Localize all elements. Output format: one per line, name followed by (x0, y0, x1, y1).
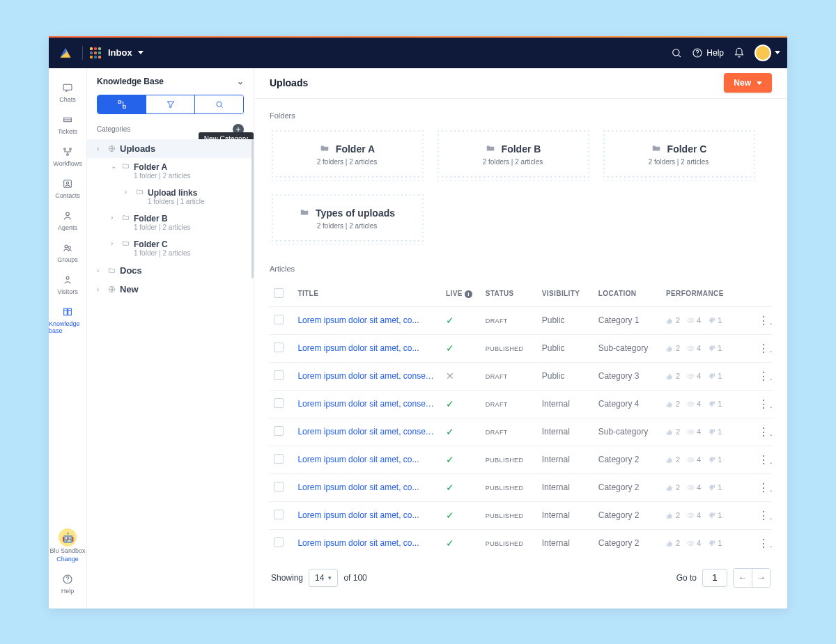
new-button[interactable]: New (724, 73, 772, 93)
row-checkbox[interactable] (274, 454, 284, 464)
category-tree[interactable]: ›Uploads⌄Folder A1 folder | 2 articles›U… (87, 139, 254, 608)
rail-item-workflows[interactable]: Workflows (49, 141, 86, 173)
rail-help[interactable]: Help (49, 568, 86, 600)
row-checkbox[interactable] (274, 315, 284, 324)
row-menu-button[interactable]: ⋮ (758, 426, 772, 438)
status-cell: PUBLISHED (481, 334, 538, 362)
help-button[interactable]: Help (692, 47, 724, 58)
visibility-cell: Internal (538, 501, 594, 529)
tree-node[interactable]: ⌄Folder A1 folder | 2 articles (87, 158, 254, 184)
section-dropdown[interactable]: Inbox (108, 47, 144, 58)
article-title-link[interactable]: Lorem ipsum dolor sit amet, co... (293, 501, 442, 529)
likes: 2 (666, 455, 680, 464)
row-menu-button[interactable]: ⋮ (758, 343, 772, 354)
search-button[interactable] (671, 47, 682, 58)
tree-node[interactable]: ›Docs (87, 261, 254, 280)
row-checkbox[interactable] (274, 537, 284, 547)
tree-node[interactable]: ›Folder B1 folder | 2 articles (87, 210, 254, 235)
performance-cell: 2 4 1 (662, 529, 754, 557)
folder-card[interactable]: Folder C2 folders | 2 articles (601, 128, 756, 181)
check-icon: ✓ (446, 315, 454, 326)
tree-panel-dropdown[interactable]: Knowledge Base ⌄ (87, 68, 254, 95)
tree-tab-search[interactable] (194, 95, 243, 113)
views: 4 (687, 400, 701, 408)
folder-card[interactable]: Folder A2 folders | 2 articles (270, 128, 424, 181)
rail-item-knowledge-base[interactable]: Knowledge base (49, 301, 86, 340)
row-menu-button[interactable]: ⋮ (758, 454, 772, 466)
row-menu-button[interactable]: ⋮ (758, 537, 772, 549)
app-logo[interactable] (56, 46, 75, 60)
performance-cell: 2 4 1 (662, 501, 754, 529)
change-link[interactable]: Change (56, 556, 79, 563)
rail-bot[interactable]: 🤖 Blu Sandbox Change (49, 523, 86, 568)
article-title-link[interactable]: Lorem ipsum dolor sit amet, co... (293, 334, 442, 362)
dislikes: 1 (708, 455, 722, 464)
tree-tab-filter[interactable] (146, 95, 194, 113)
rail-item-groups[interactable]: Groups (49, 237, 86, 269)
notifications-button[interactable] (734, 47, 745, 58)
article-title-link[interactable]: Lorem ipsum dolor sit amet, consectetur.… (293, 390, 442, 418)
rail-item-chats[interactable]: Chats (49, 77, 86, 109)
article-title-link[interactable]: Lorem ipsum dolor sit amet, co... (293, 529, 442, 557)
folder-card[interactable]: Folder B2 folders | 2 articles (435, 128, 590, 181)
row-menu-button[interactable]: ⋮ (758, 398, 772, 410)
dislikes: 1 (708, 511, 722, 519)
location-cell: Sub-category (594, 418, 662, 446)
apps-switcher[interactable] (90, 47, 101, 58)
divider (82, 46, 83, 60)
live-cell: ✓ (442, 390, 481, 418)
page-size-select[interactable]: 14 ▾ (309, 569, 338, 587)
rail-item-visitors[interactable]: Visitors (49, 269, 86, 301)
row-menu-button[interactable]: ⋮ (758, 370, 772, 382)
article-title-link[interactable]: Lorem ipsum dolor sit amet, consectetur.… (293, 362, 442, 390)
row-checkbox[interactable] (274, 510, 284, 519)
tree-node[interactable]: ›Upload links1 folders | 1 article (87, 184, 254, 210)
page-input[interactable] (702, 569, 727, 587)
tree-node[interactable]: ›Folder C1 folder | 2 articles (87, 235, 254, 261)
row-menu-button[interactable]: ⋮ (758, 510, 772, 521)
likes: 2 (666, 344, 680, 352)
likes: 2 (666, 539, 680, 547)
performance-cell: 2 4 1 (662, 418, 754, 446)
col-header: LOCATION (594, 281, 662, 307)
live-cell: ✓ (442, 501, 481, 529)
folder-icon (136, 188, 144, 196)
tree-node[interactable]: ›New (87, 280, 254, 299)
rail-item-contacts[interactable]: Contacts (49, 173, 86, 205)
rail-item-tickets[interactable]: Tickets (49, 109, 86, 141)
dislikes: 1 (708, 344, 722, 352)
folder-icon (108, 267, 116, 274)
x-icon: ✕ (446, 370, 454, 382)
prev-page-button[interactable]: ← (734, 569, 752, 587)
rail-item-agents[interactable]: Agents (49, 205, 86, 237)
row-checkbox[interactable] (274, 398, 284, 408)
row-checkbox[interactable] (274, 482, 284, 492)
col-header: TITLE (293, 281, 442, 307)
article-title-link[interactable]: Lorem ipsum dolor sit amet, co... (293, 446, 442, 473)
article-title-link[interactable]: Lorem ipsum dolor sit amet, co... (293, 306, 442, 334)
folder-card[interactable]: Types of uploads2 folders | 2 articles (270, 192, 424, 245)
location-cell: Category 4 (594, 390, 662, 418)
row-checkbox[interactable] (274, 426, 284, 436)
tree-node[interactable]: ›Uploads (87, 139, 254, 158)
check-icon: ✓ (446, 398, 454, 409)
profile-menu[interactable] (754, 45, 780, 61)
location-cell: Category 1 (594, 306, 662, 334)
live-cell: ✕ (442, 362, 481, 390)
status-cell: PUBLISHED (481, 446, 538, 473)
select-all-checkbox[interactable] (274, 288, 284, 298)
live-cell: ✓ (442, 473, 481, 501)
likes: 2 (666, 400, 680, 408)
svg-point-14 (67, 581, 68, 581)
tree-tab-hierarchy[interactable] (98, 95, 146, 113)
chevron-down-icon: ▾ (328, 574, 332, 581)
next-page-button[interactable]: → (752, 569, 770, 587)
article-title-link[interactable]: Lorem ipsum dolor sit amet, co... (293, 473, 442, 501)
article-title-link[interactable]: Lorem ipsum dolor sit amet, consectetur.… (293, 418, 442, 446)
row-menu-button[interactable]: ⋮ (758, 315, 772, 327)
svg-point-4 (64, 148, 66, 150)
section-label: Inbox (108, 47, 132, 58)
row-checkbox[interactable] (274, 370, 284, 380)
row-checkbox[interactable] (274, 343, 284, 352)
row-menu-button[interactable]: ⋮ (758, 482, 772, 494)
